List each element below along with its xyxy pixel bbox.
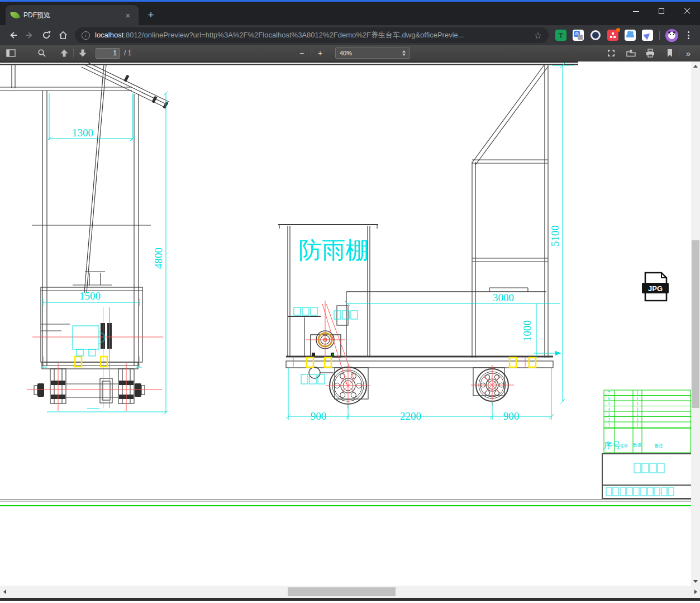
title-bar: PDF预览 × + — [0, 0, 700, 25]
tampermonkey-extension-icon[interactable]: T — [555, 30, 566, 41]
title-placeholder-glyphs — [606, 463, 674, 496]
open-file-button[interactable] — [623, 46, 638, 60]
bom-header-remark: 备注 — [654, 443, 663, 448]
bookmark-button[interactable] — [663, 46, 677, 60]
maximize-button[interactable] — [649, 2, 674, 21]
bom-header-no: 序号 — [604, 441, 621, 450]
jpg-file-icon[interactable]: JPG — [642, 273, 669, 301]
reload-icon — [41, 30, 51, 40]
home-icon — [58, 30, 68, 40]
profile-avatar[interactable] — [665, 29, 678, 42]
zoom-in-button[interactable]: + — [313, 46, 327, 60]
yellow-markers — [75, 357, 536, 367]
dim-1500: 1500 — [79, 290, 101, 302]
bookmark-star-icon[interactable]: ☆ — [534, 30, 542, 41]
print-button[interactable] — [643, 46, 658, 60]
svg-text:1: 1 — [608, 422, 610, 428]
translate-extension-icon[interactable]: G — [573, 30, 584, 41]
dim-3000: 3000 — [493, 292, 514, 303]
print-icon — [646, 49, 655, 58]
browser-menu-button[interactable] — [683, 30, 693, 40]
svg-text:1: 1 — [636, 396, 639, 401]
side-view-structure — [278, 64, 553, 399]
bird-extension-icon[interactable] — [642, 30, 653, 41]
cloud-extension-icon[interactable] — [625, 30, 636, 41]
extensions-row: T G — [555, 30, 653, 41]
url-path: :8012/onlinePreview?url=http%3A%2F%2Floc… — [123, 31, 464, 39]
panda-face-icon — [668, 32, 675, 39]
dim-1300: 1300 — [72, 127, 93, 139]
svg-text:2: 2 — [608, 417, 610, 422]
page-up-button[interactable] — [57, 46, 72, 60]
close-icon — [684, 8, 691, 15]
svg-text:1: 1 — [636, 422, 639, 428]
divider — [659, 31, 660, 40]
svg-text:7: 7 — [608, 390, 610, 396]
cad-drawing: 1300 4800 1500 防雨棚 3000 1000 5100 900 22… — [0, 61, 691, 586]
sidebar-toggle-button[interactable] — [3, 46, 18, 60]
tab-close-icon[interactable]: × — [123, 10, 133, 20]
dim-1000: 1000 — [521, 320, 533, 341]
share-extension-icon[interactable] — [607, 30, 618, 41]
svg-text:1: 1 — [636, 401, 639, 406]
svg-text:1: 1 — [636, 417, 639, 422]
sheet-bottom-edge — [0, 499, 691, 506]
open-file-icon — [626, 49, 636, 58]
forward-icon — [25, 30, 35, 40]
svg-text:1: 1 — [636, 406, 639, 412]
scroll-left-button[interactable] — [0, 586, 9, 598]
minimize-button[interactable] — [623, 2, 649, 21]
horizontal-scroll-thumb[interactable] — [288, 587, 396, 596]
page-info-icon[interactable]: i — [82, 31, 90, 40]
window-bottom-edge — [0, 598, 700, 601]
scroll-right-button[interactable] — [691, 586, 700, 598]
url-host: localhost — [95, 31, 123, 39]
svg-text:3: 3 — [608, 411, 610, 417]
page-number-input[interactable] — [96, 48, 120, 59]
browser-window: PDF预览 × + i localhost:8012/onlineP — [0, 0, 700, 603]
bom-header-qty: 数量 — [633, 443, 642, 448]
search-button[interactable] — [35, 46, 49, 60]
spring-leaf-icon — [10, 10, 20, 20]
arrow-down-icon — [78, 49, 87, 58]
dim-4800: 4800 — [153, 248, 164, 269]
scroll-down-button[interactable] — [691, 577, 700, 586]
title-block — [602, 454, 691, 498]
tab-title: PDF预览 — [23, 11, 123, 20]
pdf-toolbar: / 1 − + 40% — [0, 45, 700, 61]
home-button[interactable] — [55, 27, 72, 44]
vertical-scroll-thumb[interactable] — [692, 240, 699, 408]
forward-button[interactable] — [21, 27, 38, 44]
zoom-level-value: 40% — [340, 50, 402, 56]
close-button[interactable] — [674, 2, 700, 21]
bom-header-name: 名称 — [620, 444, 628, 448]
select-spinner-icon — [402, 50, 406, 56]
page-down-button[interactable] — [75, 46, 90, 60]
scroll-up-button[interactable] — [691, 61, 700, 70]
horizontal-scrollbar[interactable] — [0, 586, 700, 598]
vertical-scrollbar[interactable] — [691, 61, 700, 586]
ring-extension-icon[interactable] — [590, 30, 601, 41]
dim-2200: 2200 — [400, 410, 421, 422]
address-bar[interactable]: i localhost:8012/onlinePreview?url=http%… — [75, 27, 549, 43]
more-tools-button[interactable]: » — [681, 46, 696, 60]
browser-tab[interactable]: PDF预览 × — [6, 5, 139, 25]
sidebar-toggle-icon — [6, 49, 16, 58]
back-button[interactable] — [4, 27, 21, 44]
search-icon — [37, 49, 46, 58]
dim-900-front: 900 — [311, 410, 327, 422]
zoom-out-button[interactable]: − — [294, 46, 309, 60]
info-letter: i — [85, 32, 87, 38]
pdf-content-area: 1300 4800 1500 防雨棚 3000 1000 5100 900 22… — [0, 61, 700, 586]
reload-button[interactable] — [38, 27, 55, 44]
arrow-up-icon — [60, 49, 69, 58]
presentation-mode-button[interactable] — [604, 46, 618, 60]
svg-text:5: 5 — [608, 401, 610, 406]
zoom-select[interactable]: 40% — [335, 48, 410, 59]
new-tab-button[interactable]: + — [144, 8, 158, 22]
bookmark-icon — [666, 49, 674, 58]
bom-table-text: 71 61 51 41 31 21 11 序号 名称 数量 备注 — [604, 390, 663, 450]
rain-shelter-label: 防雨棚 — [298, 237, 369, 263]
svg-text:6: 6 — [608, 396, 610, 401]
window-controls — [623, 2, 700, 21]
